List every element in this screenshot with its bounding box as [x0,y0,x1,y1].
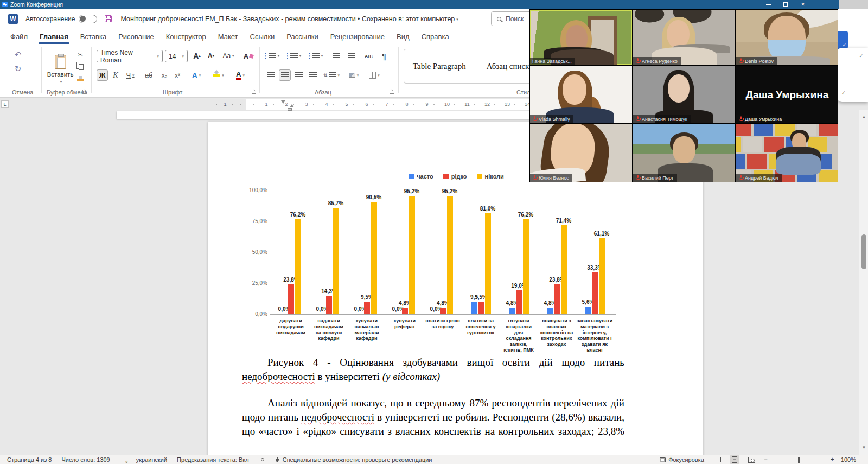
participant-tile-denis[interactable]: Denis Postov [736,10,838,65]
print-layout-button[interactable] [730,455,739,464]
save-icon[interactable] [105,15,112,22]
shading-icon [349,73,355,78]
participant-tile-anastasia[interactable]: Анастасия Тимощук [633,66,735,123]
paragraph-dialog-launcher[interactable] [390,90,394,94]
tab-Конструктор[interactable]: Конструктор [160,30,212,43]
line-spacing-button[interactable]: ⇅ [323,69,340,81]
category-label: завантажувати матеріали з інтернету, ком… [576,318,614,353]
tab-Макет[interactable]: Макет [212,30,244,43]
font-name-select[interactable]: Times New Roman [97,50,163,62]
zoom-level[interactable]: 100% [841,456,856,463]
clear-formatting-button[interactable]: А [242,50,255,62]
align-right-button[interactable] [293,69,305,81]
tab-Справка[interactable]: Справка [416,30,455,43]
increase-indent-button[interactable] [345,50,358,62]
maximize-button[interactable] [777,0,794,9]
tab-Главная[interactable]: Главная [34,30,74,43]
y-axis-tick: 0,0% [238,311,267,317]
word-app-icon[interactable]: W [8,14,18,24]
font-dialog-launcher[interactable] [252,90,256,94]
zoom-slider[interactable]: − + [764,456,834,463]
shading-button[interactable] [346,69,361,81]
minimize-button[interactable] [760,0,777,9]
superscript-button[interactable]: х² [171,69,183,81]
justify-button[interactable] [307,69,319,81]
left-indent-marker[interactable] [288,108,292,111]
tab-Вставка[interactable]: Вставка [74,30,112,43]
font-size-select[interactable]: 14 [165,50,188,62]
vertical-scrollbar[interactable]: ▲ ▼ [859,110,868,455]
participant-tile-agnesa[interactable]: Агнеса Руденко [633,10,735,65]
scrollbar-thumb[interactable] [861,234,866,269]
bold-button[interactable]: Ж [97,69,108,81]
style-abzats-spiska[interactable]: Абзац списка [487,62,533,71]
change-case-button[interactable]: Aa [220,50,237,62]
scroll-up-icon[interactable]: ▲ [859,115,868,119]
redo-button[interactable]: ↻ [11,63,25,75]
paste-button[interactable]: Вставить [46,49,75,90]
font-color-button[interactable]: А [232,69,248,81]
close-button[interactable]: ✕ [794,0,812,9]
document-title[interactable]: Моніторинг доброчесності ЕМ_П Бак - Зава… [120,15,458,23]
style-table-paragraph[interactable]: Table Paragraph [413,62,466,71]
participant-tile-andrey[interactable]: Андрей Бадюл [736,124,838,182]
paragraph-group-label: Абзац [315,89,331,96]
sort-button[interactable]: АЯ↓ [362,50,375,62]
tab-Рецензирование[interactable]: Рецензирование [324,30,391,43]
accessibility-status[interactable]: Специальные возможности: проверьте реком… [275,456,432,463]
tab-Рассылки[interactable]: Рассылки [280,30,324,43]
cut-button[interactable]: ✂ [75,50,86,60]
shrink-font-button[interactable]: А▾ [205,50,217,62]
tab-Рисование[interactable]: Рисование [112,30,159,43]
multilevel-list-button[interactable] [308,50,323,62]
numbering-button[interactable] [286,50,302,62]
participant-name-label: Анастасия Тимощук [633,115,691,123]
participant-tile-yulia[interactable]: Юлия Безнос [530,124,632,182]
zoom-out-icon[interactable]: − [764,456,768,463]
page-indicator[interactable]: Страница 4 из 8 [7,456,52,463]
side-dropdown-panel[interactable]: ✓ ✓ [837,48,868,102]
participant-tile-dasha[interactable]: Даша УмрыхинаДаша Умрыхина [736,66,838,123]
copy-button[interactable] [76,62,86,72]
zoom-titlebar[interactable]: Zoom Конференция ✕ [0,0,839,9]
tab-Ссылки[interactable]: Ссылки [244,30,281,43]
tab-Файл[interactable]: Файл [4,30,34,43]
predictions-toggle[interactable] [259,457,265,462]
grow-font-button[interactable]: А▴ [191,50,203,62]
word-count[interactable]: Число слов: 1309 [61,456,110,463]
focus-mode-button[interactable]: Фокусировка [660,456,704,463]
tab-Вид[interactable]: Вид [391,30,416,43]
show-marks-button[interactable]: ¶ [379,50,390,62]
text-predictions[interactable]: Предсказания текста: Вкл [177,456,249,463]
text-effects-button[interactable]: А [189,69,204,81]
zoom-in-icon[interactable]: + [831,456,834,463]
align-center-button[interactable] [279,69,291,81]
legend-item: часто [409,173,433,180]
clipboard-dialog-launcher[interactable] [82,90,87,94]
first-line-indent-marker[interactable] [281,100,285,104]
autosave-toggle[interactable] [79,15,97,23]
subscript-button[interactable]: х₂ [158,69,170,81]
underline-button[interactable]: Ч [123,69,138,81]
format-painter-button[interactable] [75,75,86,85]
web-layout-button[interactable] [746,456,757,464]
borders-button[interactable] [367,69,382,81]
strikethrough-button[interactable]: аб [142,69,155,81]
undo-button[interactable]: ↶ [11,49,25,61]
participant-tile-vlada[interactable]: Vlada Shmaliy [530,66,632,123]
align-left-button[interactable] [265,69,277,81]
language-indicator[interactable]: украинский [136,456,167,463]
zoom-track[interactable] [772,460,826,460]
read-mode-button[interactable] [711,456,723,463]
hanging-indent-marker[interactable] [290,104,294,107]
highlight-button[interactable] [210,69,227,81]
proofing-status[interactable] [120,457,126,462]
participant-tile-vasiliy[interactable]: Василий Перт [633,124,735,182]
window-controls: ✕ [760,0,812,9]
decrease-indent-button[interactable] [330,50,343,62]
bullets-button[interactable] [265,50,280,62]
participant-tile-ganna[interactable]: Ганна Завадськ... [530,10,632,65]
zoom-thumb[interactable] [798,457,800,463]
scroll-down-icon[interactable]: ▼ [859,445,868,450]
italic-button[interactable]: К [111,69,120,81]
